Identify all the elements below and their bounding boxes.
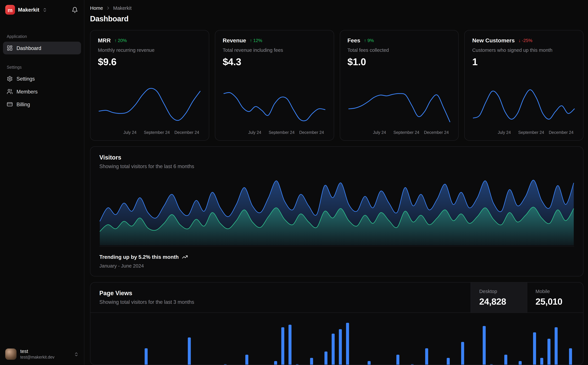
x-axis-ticks: July 24 September 24 December 24 (472, 129, 576, 135)
stat-title: New Customers (472, 37, 515, 43)
stat-subtitle: Total fees collected (347, 47, 451, 53)
desktop-toggle[interactable]: Desktop 24,828 (470, 282, 527, 312)
x-axis-ticks: July 24 September 24 December 24 (98, 129, 201, 135)
visitors-trend-text: Trending up by 5.2% this month (99, 254, 179, 260)
workspace-switcher[interactable]: m Makerkit (0, 0, 84, 18)
trend-badge: ↑ 20% (114, 38, 127, 43)
breadcrumb-home-link[interactable]: Home (90, 5, 103, 11)
desktop-label: Desktop (479, 288, 519, 294)
visitors-footer: Trending up by 5.2% this month January -… (99, 254, 574, 268)
page-views-bar-chart (99, 318, 574, 365)
page-views-header: Page Views Showing total visitors for th… (90, 282, 583, 313)
user-name: test (20, 349, 55, 354)
nav-section-label-application: Application (7, 34, 77, 39)
fees-sparkline-chart (347, 84, 451, 129)
bell-icon (72, 7, 78, 13)
page-views-title: Page Views (99, 290, 462, 297)
breadcrumb-current: Makerkit (113, 5, 131, 11)
x-axis-ticks: July 24 September 24 December 24 (223, 129, 326, 135)
chevrons-up-down-icon (42, 7, 47, 12)
trend-badge: ↓ -25% (519, 38, 533, 43)
stat-value: $1.0 (347, 56, 451, 68)
chevron-right-icon (106, 6, 111, 10)
page-views-subtitle: Showing total visitors for the last 3 mo… (99, 299, 462, 305)
brand-logo[interactable]: m (5, 5, 15, 14)
new-customers-sparkline-chart (472, 84, 576, 129)
sidebar-item-members[interactable]: Members (3, 85, 81, 98)
revenue-sparkline-chart (223, 84, 326, 129)
sidebar-nav: Application Dashboard Settings Settings … (0, 18, 84, 111)
sidebar-item-label: Dashboard (17, 45, 41, 51)
visitors-title: Visitors (99, 154, 574, 161)
arrow-up-icon: ↑ (364, 38, 366, 43)
sidebar-item-settings[interactable]: Settings (3, 72, 81, 85)
stat-value: $9.6 (98, 56, 201, 68)
trend-badge: ↑ 12% (250, 38, 262, 43)
sidebar-item-label: Settings (17, 76, 35, 82)
stat-subtitle: Monthly recurring revenue (98, 47, 201, 53)
stat-title: Fees (347, 37, 360, 43)
mrr-sparkline-chart (98, 84, 201, 129)
sidebar-item-label: Billing (17, 101, 30, 107)
credit-card-icon (7, 101, 13, 107)
breadcrumb: Home Makerkit (90, 5, 583, 11)
notifications-button[interactable] (71, 6, 79, 14)
stat-subtitle: Customers who signed up this month (472, 47, 576, 53)
workspace-name[interactable]: Makerkit (18, 7, 39, 13)
x-axis-ticks: July 24 September 24 December 24 (347, 129, 451, 135)
user-email: test@makerkit.dev (20, 355, 55, 359)
chevrons-up-down-icon (74, 352, 79, 357)
stat-card-revenue: Revenue ↑ 12% Total revenue including fe… (215, 30, 334, 141)
stat-value: $4.3 (223, 56, 326, 68)
mobile-value: 25,010 (536, 296, 575, 307)
app-root: m Makerkit Application Dashboard Setting… (0, 0, 588, 365)
sidebar: m Makerkit Application Dashboard Setting… (0, 0, 84, 365)
desktop-value: 24,828 (479, 296, 519, 307)
trend-badge: ↑ 9% (364, 38, 374, 43)
stat-subtitle: Total revenue including fees (223, 47, 326, 53)
nav-section-label-settings: Settings (7, 65, 77, 69)
gear-icon (7, 76, 13, 82)
stat-title: MRR (98, 37, 111, 43)
page-views-card: Page Views Showing total visitors for th… (90, 282, 583, 365)
visitors-subtitle: Showing total visitors for the last 6 mo… (99, 164, 574, 169)
sidebar-item-label: Members (17, 89, 38, 94)
dashboard-icon (7, 45, 13, 51)
arrow-down-icon: ↓ (519, 38, 521, 43)
stat-card-fees: Fees ↑ 9% Total fees collected $1.0 July… (339, 30, 459, 141)
visitors-date-range: January - June 2024 (99, 263, 574, 268)
sidebar-item-dashboard[interactable]: Dashboard (3, 42, 81, 54)
visitors-card: Visitors Showing total visitors for the … (90, 146, 583, 276)
stat-card-new-customers: New Customers ↓ -25% Customers who signe… (464, 30, 583, 141)
stat-cards-row: MRR ↑ 20% Monthly recurring revenue $9.6… (90, 30, 583, 141)
trending-up-icon (182, 254, 188, 260)
arrow-up-icon: ↑ (250, 38, 252, 43)
stat-value: 1 (472, 56, 576, 68)
page-title: Dashboard (90, 14, 583, 23)
visitors-area-chart (99, 175, 574, 246)
users-icon (7, 89, 13, 94)
mobile-label: Mobile (536, 288, 575, 294)
avatar (5, 348, 17, 360)
stat-card-mrr: MRR ↑ 20% Monthly recurring revenue $9.6… (90, 30, 209, 141)
stat-title: Revenue (223, 37, 246, 43)
arrow-up-icon: ↑ (114, 38, 117, 43)
user-menu[interactable]: test test@makerkit.dev (0, 344, 84, 365)
sidebar-item-billing[interactable]: Billing (3, 98, 81, 111)
main-content: Home Makerkit Dashboard MRR ↑ 20% Monthl… (84, 0, 588, 365)
mobile-toggle[interactable]: Mobile 25,010 (527, 282, 583, 312)
